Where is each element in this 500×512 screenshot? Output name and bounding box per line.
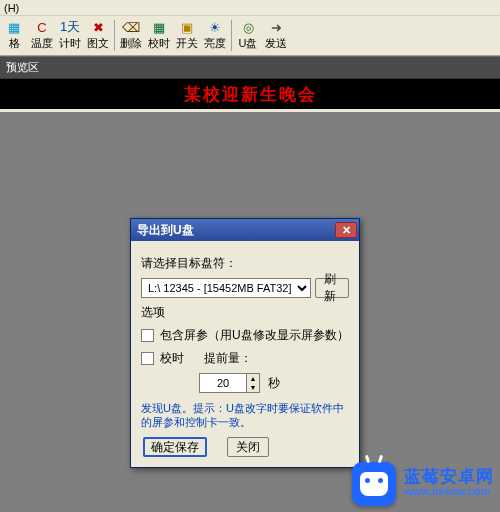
toolbar-计时[interactable]: 1天计时: [56, 16, 84, 55]
options-label: 选项: [141, 304, 349, 321]
spin-up-icon[interactable]: ▲: [247, 374, 259, 383]
toolbar: ▦格C温度1天计时✖图文⌫删除▦校时▣开关☀亮度◎U盘➜发送: [0, 16, 500, 56]
toolbar-图文[interactable]: ✖图文: [84, 16, 112, 55]
dialog-title: 导出到U盘: [137, 222, 194, 239]
export-usb-dialog: 导出到U盘 ✕ 请选择目标盘符： L:\ 12345 - [15452MB FA…: [130, 218, 360, 468]
led-preview-banner: 某校迎新生晚会: [0, 79, 500, 109]
toolbar-U盘[interactable]: ◎U盘: [234, 16, 262, 55]
toolbar-温度[interactable]: C温度: [28, 16, 56, 55]
usb-icon: ◎: [234, 18, 262, 36]
drive-select[interactable]: L:\ 12345 - [15452MB FAT32]: [141, 278, 311, 298]
cal-icon: ▦: [145, 18, 173, 36]
toolbar-label: 校时: [145, 36, 173, 50]
toolbar-label: 计时: [56, 36, 84, 50]
dialog-titlebar[interactable]: 导出到U盘 ✕: [131, 219, 359, 241]
refresh-button[interactable]: 刷新: [315, 278, 349, 298]
toolbar-label: 发送: [262, 36, 290, 50]
watermark-name: 蓝莓安卓网: [404, 469, 494, 484]
include-params-checkbox[interactable]: [141, 329, 154, 342]
toolbar-label: 开关: [173, 36, 201, 50]
banner-text: 某校迎新生晚会: [184, 83, 317, 106]
close-icon: ✕: [342, 224, 351, 237]
toolbar-删除[interactable]: ⌫删除: [117, 16, 145, 55]
advance-spinner[interactable]: ▲ ▼: [246, 373, 260, 393]
toolbar-label: 删除: [117, 36, 145, 50]
toolbar-separator: [114, 20, 115, 51]
watermark-logo-icon: [352, 462, 396, 506]
spin-down-icon[interactable]: ▼: [247, 383, 259, 392]
watermark: 蓝莓安卓网 www.lmkzw.com: [352, 462, 494, 506]
drive-prompt: 请选择目标盘符：: [141, 255, 349, 272]
toolbar-label: 格: [0, 36, 28, 50]
close-button[interactable]: 关闭: [227, 437, 269, 457]
toolbar-separator: [231, 20, 232, 51]
toolbar-label: 图文: [84, 36, 112, 50]
calibrate-time-label: 校时: [160, 350, 194, 367]
usb-hint: 发现U盘。提示：U盘改字时要保证软件中的屏参和控制卡一致。: [141, 401, 349, 429]
clock-icon: 1天: [56, 18, 84, 36]
calibrate-time-checkbox[interactable]: [141, 352, 154, 365]
grid-icon: ▦: [0, 18, 28, 36]
toolbar-发送[interactable]: ➜发送: [262, 16, 290, 55]
include-params-label: 包含屏参（用U盘修改显示屏参数）: [160, 327, 349, 344]
advance-input[interactable]: [199, 373, 247, 393]
advance-unit: 秒: [268, 375, 280, 392]
ok-save-button[interactable]: 确定保存: [143, 437, 207, 457]
bright-icon: ☀: [201, 18, 229, 36]
thermometer-icon: C: [28, 18, 56, 36]
toolbar-格[interactable]: ▦格: [0, 16, 28, 55]
dialog-close-button[interactable]: ✕: [335, 222, 357, 238]
preview-panel-label: 预览区: [0, 56, 500, 79]
toolbar-label: 温度: [28, 36, 56, 50]
toolbar-开关[interactable]: ▣开关: [173, 16, 201, 55]
switch-icon: ▣: [173, 18, 201, 36]
toolbar-label: 亮度: [201, 36, 229, 50]
advance-label: 提前量：: [204, 350, 252, 367]
toolbar-label: U盘: [234, 36, 262, 50]
menu-help[interactable]: (H): [4, 2, 19, 14]
delete-icon: ⌫: [117, 18, 145, 36]
toolbar-校时[interactable]: ▦校时: [145, 16, 173, 55]
menu-bar[interactable]: (H): [0, 0, 500, 16]
send-icon: ➜: [262, 18, 290, 36]
image-icon: ✖: [84, 18, 112, 36]
watermark-url: www.lmkzw.com: [404, 484, 494, 499]
toolbar-亮度[interactable]: ☀亮度: [201, 16, 229, 55]
